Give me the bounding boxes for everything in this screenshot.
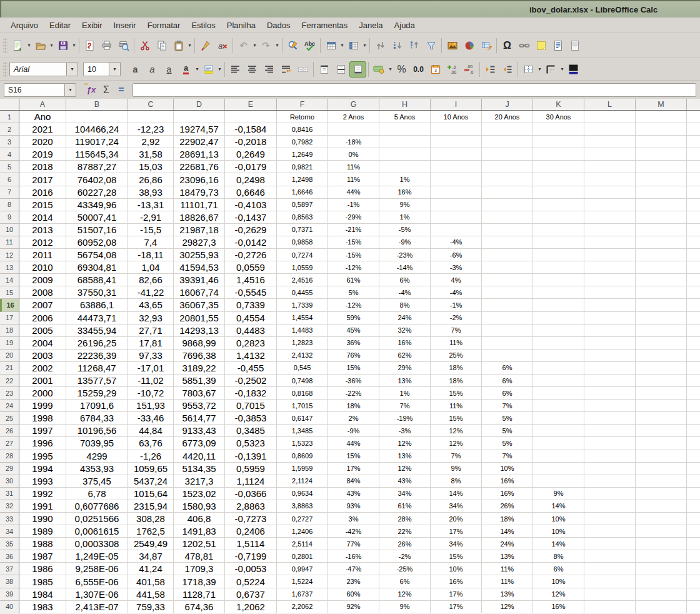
cell-E25[interactable]: -0,3853 <box>225 412 277 425</box>
cell-F12[interactable]: 0,7274 <box>277 249 328 261</box>
cell-N38[interactable] <box>687 575 700 588</box>
cell-J38[interactable]: 11% <box>482 575 533 588</box>
cell-D16[interactable]: 36067,35 <box>174 299 225 311</box>
cell-K1[interactable]: 30 Anos <box>533 111 584 123</box>
cell-J11[interactable] <box>482 236 533 249</box>
cell-I25[interactable]: 15% <box>431 412 482 425</box>
cell-I19[interactable]: 11% <box>431 337 482 350</box>
center-vertically-button[interactable] <box>332 61 349 78</box>
row-header-13[interactable]: 13 <box>0 261 19 274</box>
row-header-36[interactable]: 36 <box>0 550 19 563</box>
cell-A2[interactable]: 2021 <box>19 123 66 136</box>
cell-C32[interactable]: 2315,94 <box>128 500 174 513</box>
cell-A35[interactable]: 1988 <box>19 538 66 550</box>
cell-K35[interactable]: 14% <box>533 538 584 550</box>
cell-J36[interactable]: 13% <box>482 550 533 563</box>
cell-K34[interactable]: 10% <box>533 525 584 538</box>
cell-C34[interactable]: 1762,5 <box>128 525 174 538</box>
cell-L16[interactable] <box>584 299 636 311</box>
cell-L1[interactable] <box>584 111 636 123</box>
cell-A3[interactable]: 2020 <box>19 136 66 148</box>
cell-J30[interactable]: 16% <box>482 475 533 488</box>
cell-F30[interactable]: 2,1124 <box>277 475 328 488</box>
cell-E34[interactable]: 0,2406 <box>225 525 277 538</box>
menu-estilos[interactable]: Estilos <box>186 19 221 32</box>
column-header-B[interactable]: B <box>66 99 128 110</box>
cell-K32[interactable]: 14% <box>533 500 584 513</box>
cell-B3[interactable]: 119017,24 <box>66 136 128 148</box>
cell-H14[interactable]: 6% <box>379 274 431 286</box>
cell-N29[interactable] <box>687 463 700 475</box>
cell-H2[interactable] <box>379 123 431 136</box>
cell-C12[interactable]: -18,11 <box>128 249 174 261</box>
cell-F17[interactable]: 1,4554 <box>277 312 328 325</box>
cell-E20[interactable]: 1,4132 <box>225 350 277 362</box>
cell-I32[interactable]: 34% <box>431 500 482 513</box>
undo-button[interactable]: ↶ <box>235 37 252 54</box>
cell-D19[interactable]: 9868,99 <box>174 337 225 350</box>
cell-F39[interactable]: 1,6737 <box>277 588 328 601</box>
cell-L6[interactable] <box>584 173 636 186</box>
cell-B8[interactable]: 43349,96 <box>66 199 128 211</box>
cell-C15[interactable]: -41,22 <box>128 286 174 299</box>
cell-K39[interactable]: 12% <box>533 588 584 601</box>
cell-H38[interactable]: 6% <box>379 575 431 588</box>
dropdown-caret-icon[interactable]: ▾ <box>537 61 542 78</box>
cell-H26[interactable]: -3% <box>379 425 431 437</box>
align-right-button[interactable] <box>261 61 278 78</box>
cell-D27[interactable]: 6773,09 <box>174 437 225 450</box>
cell-M24[interactable] <box>636 400 687 412</box>
cell-F26[interactable]: 1,3485 <box>277 425 328 437</box>
cell-H22[interactable]: 13% <box>379 375 431 387</box>
dropdown-caret-icon[interactable]: ▾ <box>339 37 345 54</box>
cell-H12[interactable]: -23% <box>379 249 431 261</box>
cell-D29[interactable]: 5134,35 <box>174 463 225 475</box>
cell-F38[interactable]: 1,5224 <box>277 575 328 588</box>
cell-M13[interactable] <box>636 261 687 274</box>
cell-M20[interactable] <box>636 350 687 362</box>
cell-K3[interactable] <box>533 136 584 148</box>
cell-L39[interactable] <box>584 588 636 601</box>
cell-E8[interactable]: -0,4103 <box>225 199 277 211</box>
cell-E18[interactable]: 0,4483 <box>225 325 277 337</box>
cell-D25[interactable]: 5614,77 <box>174 412 225 425</box>
cell-B12[interactable]: 56754,08 <box>66 249 128 261</box>
menu-editar[interactable]: Editar <box>44 19 76 32</box>
cell-G32[interactable]: 93% <box>328 500 379 513</box>
cell-K18[interactable] <box>533 325 584 337</box>
cell-B25[interactable]: 6784,33 <box>66 412 128 425</box>
cell-A4[interactable]: 2019 <box>19 148 66 161</box>
special-character-button[interactable]: Ω <box>499 37 516 54</box>
cell-D34[interactable]: 1491,83 <box>174 525 225 538</box>
export-pdf-button[interactable] <box>81 37 98 54</box>
cell-M8[interactable] <box>636 199 687 211</box>
cell-I12[interactable]: -6% <box>431 249 482 261</box>
cell-I20[interactable]: 25% <box>431 350 482 362</box>
cell-N30[interactable] <box>687 475 700 488</box>
cell-L35[interactable] <box>584 538 636 550</box>
menu-ajuda[interactable]: Ajuda <box>389 19 421 32</box>
cell-E39[interactable]: 0,6737 <box>225 588 277 601</box>
cell-N39[interactable] <box>687 588 700 601</box>
cell-L33[interactable] <box>584 513 636 525</box>
cell-K10[interactable] <box>533 224 584 236</box>
cell-L11[interactable] <box>584 236 636 249</box>
cell-A34[interactable]: 1989 <box>19 525 66 538</box>
cell-F40[interactable]: 2,2062 <box>277 601 328 613</box>
cell-E5[interactable]: -0,0179 <box>225 161 277 173</box>
cell-L31[interactable] <box>584 488 636 500</box>
cell-C13[interactable]: 1,04 <box>128 261 174 274</box>
cell-E33[interactable]: -0,7273 <box>225 513 277 525</box>
cell-K27[interactable] <box>533 437 584 450</box>
cell-B22[interactable]: 13577,57 <box>66 375 128 387</box>
cell-H31[interactable]: 34% <box>379 488 431 500</box>
cell-I31[interactable]: 14% <box>431 488 482 500</box>
row-header-25[interactable]: 25 <box>0 412 19 425</box>
cell-C17[interactable]: 32,93 <box>128 312 174 325</box>
cell-B4[interactable]: 115645,34 <box>66 148 128 161</box>
cell-E17[interactable]: 0,4554 <box>225 312 277 325</box>
row-header-38[interactable]: 38 <box>0 575 19 588</box>
dropdown-caret-icon[interactable]: ▾ <box>362 37 368 54</box>
date-format-button[interactable]: 3 <box>427 61 444 78</box>
cell-M19[interactable] <box>636 337 687 350</box>
